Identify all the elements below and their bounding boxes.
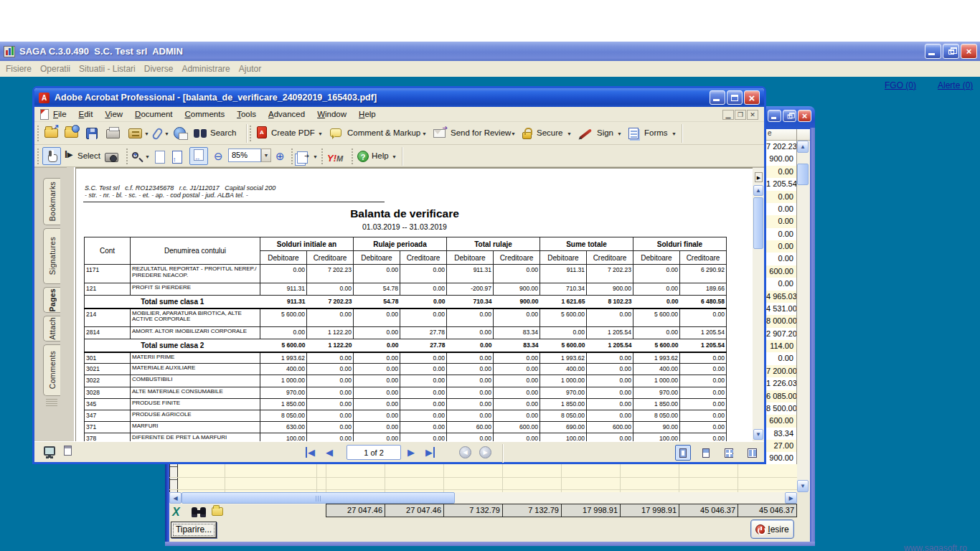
scroll-right-button[interactable]: ▶ (785, 492, 797, 504)
facing-button[interactable] (744, 445, 760, 461)
child-minimize-button[interactable] (768, 110, 781, 122)
select-tool-icon[interactable]: I▸ (65, 149, 72, 160)
acrobat-restore-button[interactable] (727, 90, 743, 105)
acrobat-menu-advanced[interactable]: Advanced (268, 110, 305, 118)
create-pdf-button[interactable]: Create PDF (271, 128, 315, 137)
acrobat-menu-view[interactable]: View (105, 110, 123, 118)
zoom-in-icon[interactable]: ⊕ (275, 151, 285, 161)
menu-item-operatii[interactable]: Operatii (40, 64, 70, 74)
save-icon[interactable] (86, 126, 98, 139)
acrobat-menu-tools[interactable]: Tools (237, 110, 256, 118)
first-page-button[interactable]: ◀ (306, 447, 315, 458)
doc-close-button[interactable]: ✕ (747, 110, 758, 120)
next-view-button[interactable]: ▶ (479, 446, 491, 458)
page-display-icon[interactable] (297, 149, 308, 164)
export-excel-icon[interactable]: X (172, 506, 187, 518)
menu-item-fisiere[interactable]: Fisiere (6, 64, 32, 74)
continuous-facing-button[interactable] (721, 445, 737, 461)
organizer-icon[interactable] (128, 126, 142, 138)
forms-icon[interactable] (628, 126, 639, 139)
acrobat-menu-file[interactable]: File (53, 110, 67, 118)
search-icon[interactable] (194, 126, 208, 138)
page-number-input[interactable]: 1 of 2 (347, 445, 401, 460)
tab-bookmarks[interactable]: Bookmarks (43, 178, 60, 225)
continuous-button[interactable] (698, 445, 714, 461)
select-tool-label[interactable]: Select (77, 151, 100, 160)
scroll-down-button[interactable]: ▼ (797, 480, 809, 492)
attach-icon[interactable] (154, 126, 161, 140)
last-page-button[interactable]: ▶ (425, 447, 435, 458)
child-close-button[interactable]: × (798, 110, 811, 122)
grid-vertical-scrollbar[interactable]: ▲ (797, 141, 810, 465)
open-web-icon[interactable] (65, 126, 78, 138)
create-pdf-icon[interactable]: A (257, 126, 267, 138)
acrobat-menu-document[interactable]: Document (135, 110, 172, 118)
pane-splitter[interactable] (67, 167, 76, 441)
search-binoculars-icon[interactable] (192, 507, 207, 517)
pdf-scroll-up[interactable]: ▲ (753, 185, 763, 196)
screen-mode-icon[interactable] (44, 446, 55, 456)
forms-button[interactable]: Forms (644, 128, 668, 137)
fit-width-button[interactable]: ↔ (189, 147, 208, 165)
send-review-button[interactable]: Send for Review (451, 128, 511, 137)
zoom-dropdown[interactable]: ▼ (261, 149, 271, 162)
snapshot-tool-icon[interactable] (105, 149, 118, 162)
comment-markup-button[interactable]: Comment & Markup (347, 128, 420, 137)
pdf-scroll-thumb[interactable] (753, 197, 763, 249)
sagasoft-link[interactable]: www.sagasoft.ro (904, 543, 967, 551)
pdf-scroll-down[interactable]: ▼ (753, 429, 763, 440)
fgo-link[interactable]: FGO (0) (885, 80, 916, 90)
show-pane-button[interactable]: ▶ (755, 172, 763, 182)
tab-attach[interactable]: Attach (43, 316, 60, 342)
search-label[interactable]: Search (210, 128, 236, 137)
fit-page-icon[interactable]: ↕ (172, 149, 182, 164)
saga-restore-button[interactable] (943, 44, 959, 59)
tiparire-button[interactable]: Tiparire... (171, 522, 217, 538)
scroll-thumb[interactable] (797, 164, 809, 185)
scroll-left-button[interactable]: ◀ (169, 492, 182, 504)
open-icon[interactable] (44, 126, 58, 138)
doc-restore-button[interactable]: ❐ (735, 110, 746, 120)
acrobat-menu-help[interactable]: Help (359, 110, 376, 118)
menu-item-situatii-listari[interactable]: Situatii - Listari (79, 64, 136, 74)
grid-horizontal-scrollbar[interactable]: ◀ ▶ (169, 492, 797, 504)
sign-icon[interactable] (578, 126, 593, 136)
scroll-up-button[interactable]: ▲ (797, 141, 809, 153)
acrobat-minimize-button[interactable] (710, 90, 725, 105)
acrobat-menu-edit[interactable]: Edit (79, 110, 93, 118)
yim-icon[interactable]: Y!M (327, 153, 343, 164)
saga-close-button[interactable]: × (961, 44, 977, 59)
folder-icon[interactable] (212, 507, 223, 516)
next-page-button[interactable]: ▶ (407, 447, 415, 458)
zoom-out-icon[interactable]: ⊖ (214, 151, 223, 161)
prev-page-button[interactable]: ◀ (326, 447, 333, 458)
saga-minimize-button[interactable] (925, 44, 941, 59)
zoom-level-input[interactable]: 85% (228, 149, 261, 162)
zoom-in-tool-icon[interactable] (132, 149, 138, 159)
tab-signatures[interactable]: Signatures (43, 228, 60, 284)
tab-pages[interactable]: Pages (43, 287, 60, 313)
secure-icon[interactable] (522, 126, 532, 139)
menu-item-diverse[interactable]: Diverse (144, 64, 174, 74)
menu-item-administrare[interactable]: Administrare (182, 64, 230, 74)
email-icon[interactable] (174, 126, 186, 139)
acrobat-menu-comments[interactable]: Comments (185, 110, 225, 118)
page-size-icon[interactable] (64, 446, 72, 456)
help-label[interactable]: Help (372, 151, 389, 160)
send-review-icon[interactable] (433, 126, 446, 138)
acrobat-menu-window[interactable]: Window (317, 110, 347, 118)
actual-size-icon[interactable] (155, 149, 165, 164)
pdf-vertical-scrollbar[interactable]: ▶ ▲ ▼ (753, 167, 764, 441)
print-icon[interactable] (106, 126, 120, 138)
help-icon[interactable]: ? (357, 149, 369, 162)
doc-minimize-button[interactable]: ▁ (722, 110, 734, 120)
child-restore-button[interactable] (783, 110, 796, 122)
hand-tool-button[interactable] (42, 147, 61, 165)
menu-item-ajutor[interactable]: Ajutor (239, 64, 261, 74)
tabstrip-grip[interactable] (46, 399, 57, 406)
alerte-link[interactable]: Alerte (0) (938, 80, 973, 90)
secure-button[interactable]: Secure (537, 128, 562, 137)
hscroll-thumb[interactable] (182, 492, 455, 504)
acrobat-close-button[interactable]: × (744, 90, 760, 105)
single-page-button[interactable] (675, 445, 691, 461)
